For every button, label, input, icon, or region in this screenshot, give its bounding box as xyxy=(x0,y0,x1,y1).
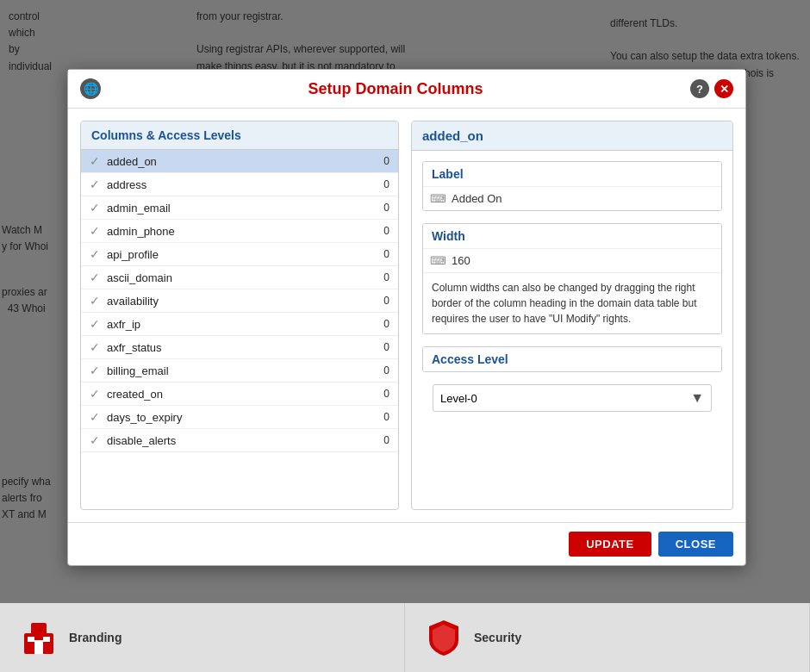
label-section-title: Label xyxy=(423,162,721,186)
check-icon: ✓ xyxy=(90,271,100,284)
column-item[interactable]: ✓ admin_email 0 xyxy=(81,196,398,220)
column-item[interactable]: ✓ added_on 0 xyxy=(81,150,398,173)
column-item[interactable]: ✓ axfr_status 0 xyxy=(81,336,398,359)
column-name: address xyxy=(107,178,372,191)
column-item[interactable]: ✓ api_profile 0 xyxy=(81,243,398,266)
access-level-title: Access Level xyxy=(423,347,721,371)
width-note: Column widths can also be changed by dra… xyxy=(423,272,721,333)
check-icon: ✓ xyxy=(90,201,100,215)
width-section: Width ⌨ 160 Column widths can also be ch… xyxy=(422,223,722,334)
width-input-row: ⌨ 160 xyxy=(423,248,721,272)
check-icon: ✓ xyxy=(90,317,100,331)
label-value: Added On xyxy=(452,192,502,205)
column-item[interactable]: ✓ axfr_ip 0 xyxy=(81,313,398,336)
security-label: Security xyxy=(474,631,521,644)
check-icon: ✓ xyxy=(90,433,100,447)
access-level-select-wrap[interactable]: Level-0 Level-1 Level-2 ▼ xyxy=(433,384,712,412)
column-badge: 0 xyxy=(372,295,389,307)
column-name: added_on xyxy=(107,155,372,168)
globe-icon: 🌐 xyxy=(80,78,101,99)
security-item: Security xyxy=(405,603,810,672)
column-badge: 0 xyxy=(372,178,389,190)
column-name: api_profile xyxy=(107,248,372,261)
modal-title: Setup Domain Columns xyxy=(101,80,690,98)
svg-rect-2 xyxy=(34,640,43,654)
branding-label: Branding xyxy=(69,631,122,644)
access-level-select[interactable]: Level-0 Level-1 Level-2 xyxy=(440,392,690,405)
check-icon: ✓ xyxy=(90,387,100,401)
column-name: billing_email xyxy=(107,364,372,377)
width-section-title: Width xyxy=(423,224,721,248)
column-name: admin_phone xyxy=(107,225,372,238)
column-name: axfr_status xyxy=(107,341,372,354)
branding-icon xyxy=(17,616,60,659)
label-section: Label ⌨ Added On xyxy=(422,161,722,211)
modal-body: Columns & Access Levels ✓ added_on 0 ✓ a… xyxy=(68,109,745,522)
column-name: axfr_ip xyxy=(107,318,372,331)
column-badge: 0 xyxy=(372,202,389,214)
branding-item: Branding xyxy=(0,603,405,672)
svg-rect-4 xyxy=(43,637,50,642)
setup-domain-columns-modal: 🌐 Setup Domain Columns ? ✕ Columns & Acc… xyxy=(67,69,746,566)
width-value: 160 xyxy=(452,254,470,267)
column-badge: 0 xyxy=(372,411,389,423)
left-panel: Columns & Access Levels ✓ added_on 0 ✓ a… xyxy=(80,121,399,510)
column-badge: 0 xyxy=(372,318,389,330)
check-icon: ✓ xyxy=(90,294,100,308)
column-item[interactable]: ✓ admin_phone 0 xyxy=(81,220,398,243)
column-badge: 0 xyxy=(372,388,389,400)
close-button[interactable]: CLOSE xyxy=(658,532,733,557)
columns-panel-header: Columns & Access Levels xyxy=(81,121,398,150)
column-name: admin_email xyxy=(107,202,372,215)
keyboard-icon-label: ⌨ xyxy=(430,192,446,205)
label-input-row: ⌨ Added On xyxy=(423,186,721,210)
access-level-section: Access Level xyxy=(422,346,722,372)
check-icon: ✓ xyxy=(90,364,100,377)
right-panel: added_on Label ⌨ Added On Width ⌨ 160 xyxy=(411,121,733,510)
column-name: availability xyxy=(107,295,372,308)
svg-rect-1 xyxy=(31,623,47,635)
column-item[interactable]: ✓ days_to_expiry 0 xyxy=(81,406,398,429)
check-icon: ✓ xyxy=(90,247,100,261)
column-item[interactable]: ✓ created_on 0 xyxy=(81,383,398,406)
modal-header-icons: ? ✕ xyxy=(690,79,733,98)
column-name: created_on xyxy=(107,388,372,401)
chevron-down-icon: ▼ xyxy=(690,390,704,406)
column-badge: 0 xyxy=(372,225,389,237)
column-badge: 0 xyxy=(372,155,389,167)
column-item[interactable]: ✓ ascii_domain 0 xyxy=(81,266,398,289)
column-name: disable_alerts xyxy=(107,434,372,447)
update-button[interactable]: UPDATE xyxy=(569,532,651,557)
keyboard-icon-width: ⌨ xyxy=(430,254,446,267)
column-name: ascii_domain xyxy=(107,271,372,284)
column-item[interactable]: ✓ disable_alerts 0 xyxy=(81,429,398,452)
column-badge: 0 xyxy=(372,341,389,353)
close-x-icon[interactable]: ✕ xyxy=(714,79,733,98)
right-panel-header: added_on xyxy=(412,121,732,151)
right-panel-body: Label ⌨ Added On Width ⌨ 160 Column widt… xyxy=(412,151,732,432)
check-icon: ✓ xyxy=(90,177,100,191)
modal-footer: UPDATE CLOSE xyxy=(68,522,745,565)
security-icon xyxy=(422,616,465,659)
help-icon[interactable]: ? xyxy=(690,79,709,98)
column-item[interactable]: ✓ billing_email 0 xyxy=(81,359,398,383)
column-badge: 0 xyxy=(372,271,389,283)
modal-header: 🌐 Setup Domain Columns ? ✕ xyxy=(68,70,745,109)
column-name: days_to_expiry xyxy=(107,411,372,424)
check-icon: ✓ xyxy=(90,340,100,354)
check-icon: ✓ xyxy=(90,154,100,168)
bottom-section: Branding Security xyxy=(0,603,810,672)
svg-rect-3 xyxy=(28,637,34,642)
column-badge: 0 xyxy=(372,248,389,260)
column-list: ✓ added_on 0 ✓ address 0 ✓ admin_email 0… xyxy=(81,150,398,452)
check-icon: ✓ xyxy=(90,224,100,238)
check-icon: ✓ xyxy=(90,410,100,424)
column-item[interactable]: ✓ availability 0 xyxy=(81,289,398,313)
column-badge: 0 xyxy=(372,364,389,376)
column-item[interactable]: ✓ address 0 xyxy=(81,173,398,196)
column-badge: 0 xyxy=(372,434,389,446)
